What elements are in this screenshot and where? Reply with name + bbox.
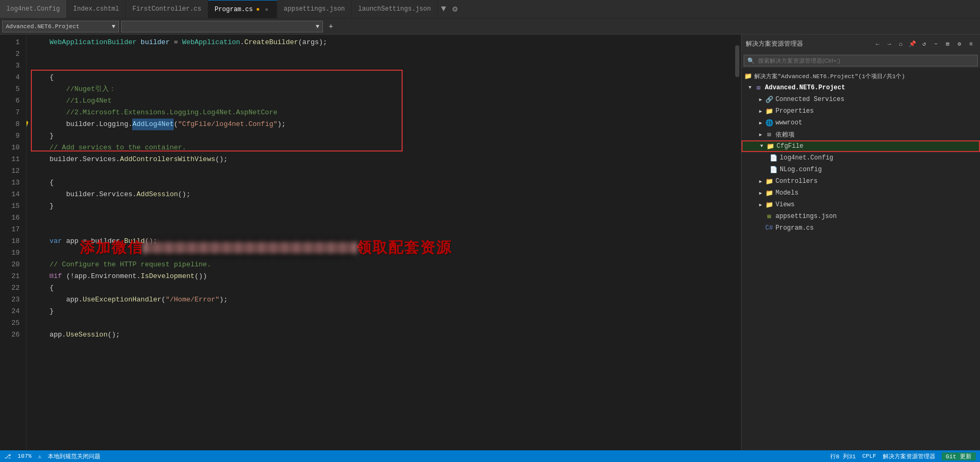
tree-wwwroot[interactable]: ▶ 🌐 wwwroot — [742, 117, 980, 129]
panel-forward-btn[interactable]: → — [884, 39, 894, 49]
tree-models[interactable]: ▶ 📁 Models — [742, 187, 980, 199]
views-label: Views — [776, 201, 795, 208]
tab-bar: log4net.Config Index.cshtml FirstControl… — [0, 0, 980, 19]
program-cs-icon: C# — [765, 224, 773, 232]
editor-toolbar: Advanced.NET6.Project ▼ ▼ + — [0, 19, 980, 35]
status-right: 行8 列31 CPLF 解决方案资源管理器 Git 更新 — [830, 452, 976, 460]
properties-arrow: ▶ — [756, 107, 765, 115]
tree-properties[interactable]: ▶ 📁 Properties — [742, 105, 980, 117]
panel-back-btn[interactable]: ← — [873, 39, 882, 49]
deps-icon: ⊞ — [765, 130, 773, 139]
connected-services-icon: 🔗 — [765, 95, 773, 104]
cfgfile-arrow: ▼ — [757, 142, 766, 150]
tree-log4net-config[interactable]: 📄 log4net.Config — [742, 152, 980, 164]
tree-appsettings[interactable]: ⊞ appsettings.json — [742, 211, 980, 222]
tree-program-cs[interactable]: C# Program.cs — [742, 222, 980, 234]
solution-explorer-panel: 解决方案资源管理器 ← → ⌂ 📌 ↺ − ⊞ ⚙ ≡ 🔍 — [741, 35, 980, 450]
code-line-4: { — [33, 72, 734, 83]
code-line-22: { — [33, 282, 734, 294]
editor-area: 1 2 3 4 5 6 7 8 9 10 11 12 13 14 15 16 1… — [0, 35, 741, 450]
panel-collapse-btn[interactable]: − — [931, 39, 941, 49]
tree-project[interactable]: ▼ ⊞ Advanced.NET6.Project — [742, 82, 980, 94]
status-left: ⎇ 107% ⚠ 本地到规范关闭问题 — [4, 452, 100, 460]
tree-solution-root[interactable]: 📁 解决方案"Advanced.NET6.Project"(1个项目/共1个) — [742, 70, 980, 82]
code-line-23: app.UseExceptionHandler("/Home/Error"); — [33, 294, 734, 306]
wwwroot-arrow: ▶ — [756, 119, 765, 127]
status-bar: ⎇ 107% ⚠ 本地到规范关闭问题 行8 列31 CPLF 解决方案资源管理器… — [0, 450, 980, 462]
zoom-level[interactable]: 107% — [18, 453, 31, 459]
tab-program-close[interactable]: ✕ — [263, 6, 270, 13]
panel-refresh-btn[interactable]: ↺ — [919, 39, 929, 49]
nlog-config-icon: 📄 — [769, 165, 778, 174]
controllers-icon: 📁 — [765, 177, 773, 186]
solution-explorer-title: 解决方案资源管理器 — [746, 39, 803, 48]
config-dropdown[interactable]: ▼ — [121, 21, 323, 32]
solution-explorer-header: 解决方案资源管理器 ← → ⌂ 📌 ↺ − ⊞ ⚙ ≡ — [742, 35, 980, 53]
models-icon: 📁 — [765, 189, 773, 197]
properties-icon: 📁 — [765, 107, 773, 115]
tab-index[interactable]: Index.cshtml — [67, 0, 126, 18]
panel-more-btn[interactable]: ⚙ — [955, 39, 964, 49]
scrollbar-thumb[interactable] — [735, 45, 739, 77]
git-icon: ⎇ — [4, 453, 11, 460]
editor-scrollbar[interactable] — [734, 35, 741, 450]
git-status[interactable]: Git 更新 — [942, 452, 976, 460]
program-arrow — [756, 224, 765, 232]
code-container: 1 2 3 4 5 6 7 8 9 10 11 12 13 14 15 16 1… — [0, 35, 741, 450]
tab-log4net[interactable]: log4net.Config — [0, 0, 67, 18]
watermark-suffix: 领取配套资源 — [356, 239, 452, 256]
warning-text: 本地到规范关闭问题 — [48, 452, 100, 460]
code-line-26: app.UseSession(); — [33, 329, 734, 341]
watermark: 添加微信██████████████████领取配套资源 — [80, 242, 452, 254]
solution-root-label: 解决方案"Advanced.NET6.Project"(1个项目/共1个) — [754, 72, 905, 80]
appsettings-icon: ⊞ — [765, 212, 773, 221]
cfgfile-label: CfgFile — [777, 142, 803, 150]
main-content: 1 2 3 4 5 6 7 8 9 10 11 12 13 14 15 16 1… — [0, 35, 980, 450]
controllers-label: Controllers — [776, 178, 817, 185]
code-line-16 — [33, 212, 734, 224]
tab-appsettings-label: appsettings.json — [284, 5, 345, 13]
tree-deps[interactable]: ▶ ⊞ 依赖项 — [742, 129, 980, 140]
tab-firstcontroller[interactable]: FirstController.cs — [126, 0, 208, 18]
tab-modified-indicator: ● — [256, 6, 260, 13]
appsettings-label: appsettings.json — [776, 213, 837, 220]
line-col-indicator: 行8 列31 — [830, 452, 856, 460]
tab-program[interactable]: Program.cs ● ✕ — [208, 0, 277, 18]
code-line-25 — [33, 317, 734, 329]
settings-icon[interactable]: ⚙ — [449, 0, 461, 18]
tree-views[interactable]: ▶ 📁 Views — [742, 199, 980, 211]
program-cs-label: Program.cs — [776, 224, 814, 232]
tab-launchsettings[interactable]: launchSettings.json — [352, 0, 438, 18]
panel-settings-btn[interactable]: ≡ — [966, 39, 976, 49]
tree-cfgfile[interactable]: ▼ 📁 CfgFile — [742, 140, 980, 152]
code-line-14: builder.Services.AddSession(); — [33, 189, 734, 200]
tab-overflow-button[interactable]: ▼ — [438, 0, 449, 18]
code-line-7: //2.Microsoft.Extensions.Logging.Log4Net… — [33, 107, 734, 119]
code-line-8: 💡 builder.Logging.AddLog4Net("CfgFile/lo… — [33, 119, 734, 130]
code-editor[interactable]: WebApplicationBuilder builder = WebAppli… — [27, 35, 734, 450]
tree-nlog-config[interactable]: 📄 NLog.config — [742, 164, 980, 175]
tree-controllers[interactable]: ▶ 📁 Controllers — [742, 175, 980, 187]
code-line-2 — [33, 48, 734, 60]
panel-filter-btn[interactable]: ⊞ — [943, 39, 952, 49]
solution-search-box[interactable]: 🔍 — [744, 55, 978, 66]
tab-launchsettings-label: launchSettings.json — [358, 5, 431, 13]
lightbulb-icon[interactable]: 💡 — [27, 119, 30, 130]
tab-firstcontroller-label: FirstController.cs — [132, 5, 201, 13]
code-line-21: ⊟if (!app.Environment.IsDevelopment()) — [33, 271, 734, 282]
wwwroot-label: wwwroot — [776, 119, 802, 127]
code-line-13: { — [33, 177, 734, 189]
watermark-prefix: 添加微信 — [80, 239, 143, 256]
project-arrow: ▼ — [746, 83, 754, 92]
solution-explorer-status: 解决方案资源管理器 — [883, 452, 935, 460]
tree-connected-services[interactable]: ▶ 🔗 Connected Services — [742, 94, 980, 105]
panel-home-btn[interactable]: ⌂ — [896, 39, 906, 49]
tab-index-label: Index.cshtml — [73, 5, 119, 13]
solution-search-input[interactable] — [758, 57, 974, 64]
panel-pin-btn[interactable]: 📌 — [908, 39, 917, 49]
project-dropdown[interactable]: Advanced.NET6.Project ▼ — [2, 21, 119, 32]
tab-appsettings[interactable]: appsettings.json — [277, 0, 352, 18]
watermark-blurred: ██████████████████ — [143, 242, 356, 254]
add-file-button[interactable]: + — [325, 21, 337, 32]
solution-search-toolbar: 🔍 — [742, 53, 980, 68]
